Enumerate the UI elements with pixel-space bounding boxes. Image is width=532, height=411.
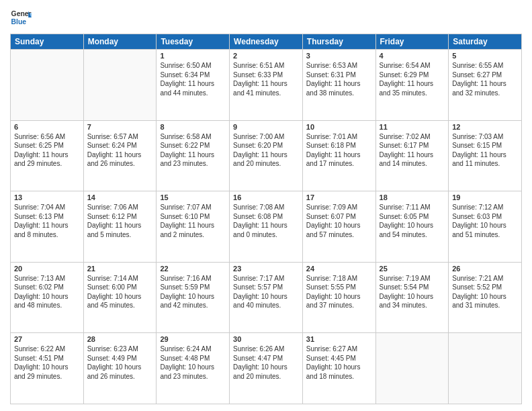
day-cell: 29Sunrise: 6:24 AMSunset: 4:48 PMDayligh… — [157, 333, 230, 404]
svg-text:Blue: Blue — [11, 18, 27, 26]
cell-line: Daylight: 10 hours — [380, 221, 445, 230]
day-number: 16 — [233, 193, 299, 201]
day-cell: 4Sunrise: 6:54 AMSunset: 6:29 PMDaylight… — [375, 50, 449, 121]
cell-line: Sunrise: 6:27 AM — [306, 345, 372, 354]
cell-line: Daylight: 11 hours — [160, 79, 226, 89]
header-cell-tuesday: Tuesday — [157, 34, 230, 50]
cell-line: Sunset: 6:10 PM — [160, 212, 226, 222]
week-row-4: 27Sunrise: 6:22 AMSunset: 4:51 PMDayligh… — [11, 333, 522, 404]
day-cell: 30Sunrise: 6:26 AMSunset: 4:47 PMDayligh… — [230, 333, 303, 404]
cell-line: Sunrise: 6:58 AM — [160, 132, 226, 142]
day-number: 24 — [306, 265, 372, 273]
cell-line: Sunrise: 7:11 AM — [380, 203, 445, 212]
week-row-2: 13Sunrise: 7:04 AMSunset: 6:13 PMDayligh… — [11, 191, 522, 263]
cell-line: and 31 minutes. — [452, 301, 518, 310]
cell-line: Daylight: 11 hours — [233, 150, 299, 160]
cell-line: and 35 minutes. — [380, 89, 445, 98]
day-number: 6 — [14, 123, 80, 131]
day-cell: 24Sunrise: 7:18 AMSunset: 5:55 PMDayligh… — [302, 262, 375, 333]
header-row: SundayMondayTuesdayWednesdayThursdayFrid… — [11, 34, 522, 50]
cell-line: Sunset: 6:03 PM — [452, 212, 518, 222]
day-cell: 25Sunrise: 7:19 AMSunset: 5:54 PMDayligh… — [375, 262, 449, 333]
header-cell-sunday: Sunday — [11, 34, 84, 50]
day-number: 29 — [160, 335, 226, 343]
cell-line: Sunset: 4:49 PM — [87, 354, 153, 363]
cell-line: Daylight: 10 hours — [233, 292, 299, 302]
cell-line: and 38 minutes. — [306, 89, 372, 98]
cell-line: Sunset: 6:12 PM — [87, 212, 153, 222]
cell-line: Daylight: 10 hours — [160, 363, 226, 372]
cell-line: Sunset: 6:27 PM — [452, 71, 518, 80]
cell-line: and 34 minutes. — [380, 301, 445, 310]
cell-line: and 20 minutes. — [233, 372, 299, 381]
cell-line: Sunrise: 7:07 AM — [160, 203, 226, 212]
day-number: 22 — [160, 265, 226, 273]
cell-line: Daylight: 10 hours — [380, 292, 445, 302]
day-number: 25 — [380, 265, 445, 273]
cell-line: and 2 minutes. — [160, 230, 226, 240]
cell-line: Sunrise: 7:03 AM — [452, 132, 518, 142]
cell-line: and 0 minutes. — [233, 230, 299, 240]
cell-line: and 23 minutes. — [160, 372, 226, 381]
cell-line: Daylight: 11 hours — [380, 79, 445, 89]
cell-line: Daylight: 10 hours — [306, 363, 372, 372]
cell-line: Sunrise: 7:09 AM — [306, 203, 372, 212]
cell-line: Sunrise: 6:53 AM — [306, 61, 372, 71]
cell-line: Daylight: 11 hours — [87, 150, 153, 160]
cell-line: and 54 minutes. — [380, 230, 445, 240]
day-cell: 28Sunrise: 6:23 AMSunset: 4:49 PMDayligh… — [83, 333, 157, 404]
cell-line: Sunset: 6:17 PM — [380, 141, 445, 150]
cell-line: Sunrise: 6:22 AM — [14, 345, 80, 354]
day-number: 2 — [233, 52, 299, 60]
day-cell: 19Sunrise: 7:12 AMSunset: 6:03 PMDayligh… — [449, 191, 522, 263]
cell-line: Sunrise: 7:02 AM — [380, 132, 445, 142]
cell-line: Sunset: 6:15 PM — [452, 141, 518, 150]
cell-line: Sunrise: 7:08 AM — [233, 203, 299, 212]
cell-line: and 51 minutes. — [452, 230, 518, 240]
cell-line: Daylight: 11 hours — [233, 221, 299, 230]
cell-line: Sunset: 5:52 PM — [452, 283, 518, 292]
day-cell: 13Sunrise: 7:04 AMSunset: 6:13 PMDayligh… — [11, 191, 84, 263]
day-cell: 27Sunrise: 6:22 AMSunset: 4:51 PMDayligh… — [11, 333, 84, 404]
cell-line: Sunrise: 6:55 AM — [452, 61, 518, 71]
cell-line: and 44 minutes. — [160, 89, 226, 98]
cell-line: Daylight: 11 hours — [452, 79, 518, 89]
cell-line: Daylight: 11 hours — [160, 221, 226, 230]
cell-line: Sunrise: 6:23 AM — [87, 345, 153, 354]
cell-line: and 57 minutes. — [306, 230, 372, 240]
day-cell: 20Sunrise: 7:13 AMSunset: 6:02 PMDayligh… — [11, 262, 84, 333]
day-cell: 16Sunrise: 7:08 AMSunset: 6:08 PMDayligh… — [230, 191, 303, 263]
day-number: 9 — [233, 123, 299, 131]
cell-line: Sunrise: 6:26 AM — [233, 345, 299, 354]
cell-line: Sunset: 6:24 PM — [87, 141, 153, 150]
day-number: 17 — [306, 193, 372, 201]
cell-line: Daylight: 10 hours — [306, 292, 372, 302]
cell-line: and 11 minutes. — [452, 159, 518, 169]
cell-line: Sunset: 6:00 PM — [87, 283, 153, 292]
cell-line: Sunset: 5:54 PM — [380, 283, 445, 292]
day-number: 30 — [233, 335, 299, 343]
cell-line: Sunrise: 6:24 AM — [160, 345, 226, 354]
cell-line: Daylight: 11 hours — [306, 150, 372, 160]
cell-line: and 8 minutes. — [14, 230, 80, 240]
day-number: 27 — [14, 335, 80, 343]
cell-line: and 48 minutes. — [14, 301, 80, 310]
week-row-1: 6Sunrise: 6:56 AMSunset: 6:25 PMDaylight… — [11, 120, 522, 191]
day-number: 26 — [452, 265, 518, 273]
cell-line: Daylight: 10 hours — [160, 292, 226, 302]
day-number: 4 — [380, 52, 445, 60]
day-number: 13 — [14, 193, 80, 201]
day-cell — [375, 333, 449, 404]
day-cell: 14Sunrise: 7:06 AMSunset: 6:12 PMDayligh… — [83, 191, 157, 263]
cell-line: Sunset: 6:29 PM — [380, 71, 445, 80]
cell-line: Sunrise: 6:57 AM — [87, 132, 153, 142]
cell-line: Daylight: 11 hours — [233, 79, 299, 89]
calendar-table: SundayMondayTuesdayWednesdayThursdayFrid… — [10, 34, 522, 404]
cell-line: Sunset: 5:59 PM — [160, 283, 226, 292]
cell-line: Sunrise: 7:16 AM — [160, 274, 226, 283]
cell-line: Sunrise: 7:18 AM — [306, 274, 372, 283]
cell-line: and 14 minutes. — [380, 159, 445, 169]
day-cell: 10Sunrise: 7:01 AMSunset: 6:18 PMDayligh… — [302, 120, 375, 191]
cell-line: Daylight: 11 hours — [380, 150, 445, 160]
cell-line: Sunset: 6:31 PM — [306, 71, 372, 80]
